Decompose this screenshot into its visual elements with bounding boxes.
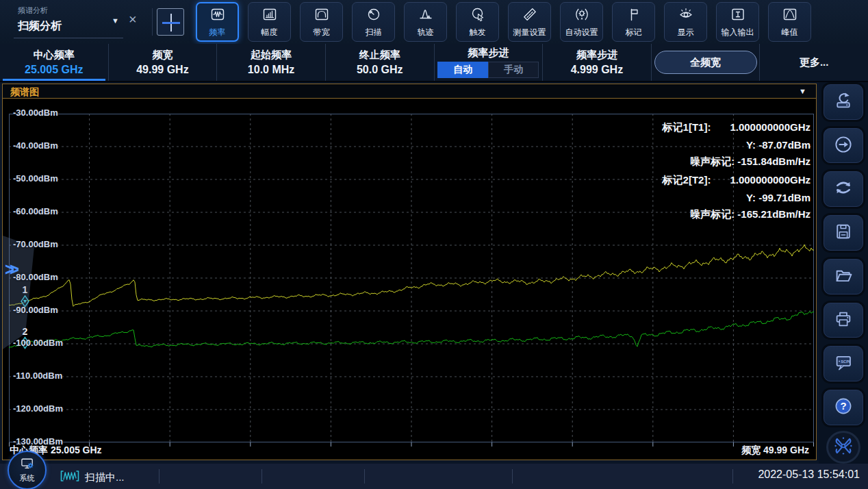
marker-amplitude: Y: -99.71dBm [663,190,810,206]
toolbar-button-trace[interactable]: 轨迹 [404,2,447,42]
toolbar-button-input-output[interactable]: 输入输出 [716,2,759,42]
freq-icon [209,6,227,25]
param-full-span[interactable]: 全频宽 [651,44,760,81]
save-icon [833,221,854,244]
top-toolbar: 频谱分析 扫频分析 ▼ × 频率幅度带宽扫描轨迹触发测量设置自动设置标记显示输入… [0,0,868,44]
y-axis-label: -80.00dBm [13,272,88,284]
auto-manual-toggle: 自动手动 [437,62,539,78]
arrow-circle-icon [833,134,854,158]
toolbar-buttons: 频率幅度带宽扫描轨迹触发测量设置自动设置标记显示输入输出峰值 [196,2,811,42]
toolbar-button-bandwidth[interactable]: 带宽 [300,2,343,42]
param-more[interactable]: 更多... [759,44,868,81]
span-readout: 频宽 49.99 GHz [741,444,809,457]
toolbar-button-sweep[interactable]: 扫描 [352,2,395,42]
chart-header: 频谱图 ▼ [3,84,816,99]
system-gear-icon [19,457,36,473]
marker-amplitude: Y: -87.07dBm [663,137,810,153]
toolbar-button-display[interactable]: 显示 [664,2,707,42]
refresh-icon [833,177,854,201]
sidebar-button-open[interactable] [824,259,863,294]
status-bar: 扫描中... 2022-05-13 15:54:01 [0,464,868,489]
trigger-icon [469,6,487,25]
y-axis-label: -40.00dBm [13,140,88,153]
chart-collapse-icon[interactable]: ▼ [799,87,806,95]
bandwidth-icon [313,6,331,25]
y-axis-label: -100.00dBm [13,338,88,350]
sidebar-button-scpi[interactable]: SCPI [824,346,863,381]
sweep-icon [365,6,383,25]
param-center-frequency[interactable]: 中心频率25.005 GHz [0,44,108,81]
marker-noise: 噪声标记: -151.84dBm/Hz [663,153,810,170]
toggle-option-auto[interactable]: 自动 [437,62,488,78]
measurement-tab[interactable]: 频谱分析 扫频分析 ▼ × [0,0,196,44]
flag-icon [625,6,643,25]
y-axis-label: -120.00dBm [13,403,88,416]
sidebar-button-single-sweep[interactable] [824,128,863,164]
sidebar-button-continuous-sweep[interactable] [824,171,863,207]
toggle-option-manual[interactable]: 手动 [488,62,539,78]
statusbar-separator [512,469,513,484]
datetime-display: 2022-05-13 15:54:01 [758,468,860,481]
sweep-status: 扫描中... [60,469,125,486]
marker-readout-line: 标记1[T1]:1.000000000GHz [663,117,810,137]
chevron-down-icon[interactable]: ▼ [112,16,119,25]
param-freq-step-mode[interactable]: 频率步进自动手动 [434,44,543,81]
marker-readout-line: 标记2[T2]:1.000000000GHz [663,170,810,190]
y-axis-label: -70.00dBm [13,239,88,251]
app-mode-label: 频谱分析 [18,5,48,16]
measure-icon [521,6,539,25]
trace-icon [417,6,435,25]
toolbar-button-amplitude[interactable]: 幅度 [248,2,291,42]
svg-text:?: ? [840,400,846,412]
y-axis-label: -30.00dBm [13,108,88,120]
spectrum-chart-panel: 频谱图 ▼ 12 -30.00dBm-40.00dBm-50.00dBm-60.… [2,84,817,460]
sweep-status-text: 扫描中... [85,471,125,484]
marker-readout: 标记1[T1]:1.000000000GHzY: -87.07dBm噪声标记: … [663,117,810,223]
param-value: 49.99 GHz [136,64,188,76]
param-start-frequency[interactable]: 起始频率10.0 MHz [216,44,325,81]
y-axis-label: -60.00dBm [13,206,88,218]
tab-title: 扫频分析 [18,19,62,34]
chart-title: 频谱图 [10,86,39,99]
param-value: 25.005 GHz [25,64,83,76]
right-sidebar: SCPI? [819,82,868,464]
sidebar-button-help[interactable]: ? [824,390,863,425]
printer-icon [833,309,854,332]
toolbar-button-auto-setup[interactable]: 自动设置 [560,2,603,42]
sidebar-button-save[interactable] [824,215,863,251]
toolbar-button-peak[interactable]: 峰值 [768,2,811,42]
preset-icon [833,90,854,114]
double-chevron-right-icon[interactable]: >> [5,260,14,279]
svg-text:SCPI: SCPI [841,360,850,364]
peak-icon [781,6,799,25]
close-icon[interactable]: × [129,12,137,26]
toolbar-button-marker[interactable]: 标记 [612,2,655,42]
scpi-icon: SCPI [833,352,854,375]
param-value: 50.0 GHz [357,64,403,76]
more-button[interactable]: 更多... [800,56,829,69]
amplitude-icon [261,6,279,25]
folder-icon [833,265,854,288]
tab-underline [14,38,123,38]
statusbar-separator [364,469,365,484]
sweep-waveform-icon [60,469,79,486]
toolbar-button-trigger[interactable]: 触发 [456,2,499,42]
param-span[interactable]: 频宽49.99 GHz [108,44,217,81]
y-axis-label: -50.00dBm [13,173,88,186]
y-axis-label: -130.00dBm [13,436,88,449]
sidebar-button-nav-cross[interactable] [826,431,860,464]
toolbar-button-frequency[interactable]: 频率 [196,2,239,42]
toolbar-button-measure-setup[interactable]: 测量设置 [508,2,551,42]
sidebar-button-preset[interactable] [824,84,863,120]
param-stop-frequency[interactable]: 终止频率50.0 GHz [325,44,434,81]
add-tab-button[interactable] [157,8,184,36]
help-icon: ? [833,396,854,419]
system-button[interactable]: 系统 [8,451,47,489]
eye-icon [677,6,695,25]
param-value: 10.0 MHz [248,64,294,76]
statusbar-separator [261,469,262,484]
sidebar-button-print[interactable] [824,303,863,338]
spectrum-analyzer-app: 频谱分析 扫频分析 ▼ × 频率幅度带宽扫描轨迹触发测量设置自动设置标记显示输入… [0,0,868,489]
param-freq-step[interactable]: 频率步进4.999 GHz [542,44,651,81]
full-span-button[interactable]: 全频宽 [654,51,757,74]
